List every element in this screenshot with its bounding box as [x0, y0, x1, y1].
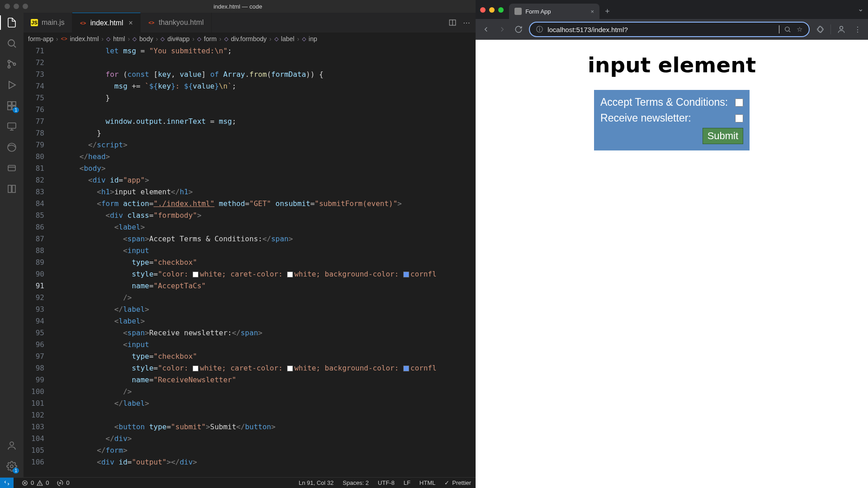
newsletter-checkbox[interactable]	[735, 114, 743, 122]
traffic-min-icon[interactable]	[14, 4, 19, 9]
svg-point-29	[840, 26, 843, 29]
form-row-newsletter: Receive newsletter:	[600, 112, 743, 124]
tab-title: Form App	[525, 8, 551, 15]
settings-gear-icon[interactable]: 1	[5, 460, 18, 473]
code-content[interactable]: let msg = "You submitted:\n"; for (const…	[53, 45, 476, 477]
form-container: Accept Terms & Conditions: Receive newsl…	[594, 90, 750, 150]
breadcrumb-item[interactable]: div#app	[167, 35, 189, 42]
extensions-icon[interactable]: 1	[5, 99, 18, 112]
extensions-puzzle-icon[interactable]	[814, 23, 826, 35]
svg-point-27	[785, 27, 789, 31]
breadcrumb-item[interactable]: div.formbody	[231, 35, 267, 42]
encoding[interactable]: UTF-8	[378, 479, 395, 486]
chrome-tabstrip: Form App × + ⌄	[476, 0, 868, 19]
traffic-close-icon[interactable]	[5, 4, 10, 9]
run-debug-icon[interactable]	[5, 79, 18, 91]
breadcrumb-item[interactable]: form-app	[28, 35, 53, 42]
symbol-icon: ◇	[106, 36, 110, 42]
reload-button[interactable]	[513, 23, 524, 35]
form-row-terms: Accept Terms & Conditions:	[600, 96, 743, 108]
chrome-traffic-lights[interactable]	[480, 7, 504, 13]
html-file-icon: <>	[61, 36, 67, 42]
address-bar[interactable]: ⓘ localhost:5173/index.html? ☆	[529, 22, 810, 37]
symbol-icon: ◇	[160, 36, 165, 42]
svg-rect-6	[8, 102, 11, 105]
activity-extra2-icon[interactable]	[5, 183, 18, 195]
tab-main-js[interactable]: JS main.js	[24, 13, 72, 33]
browser-tab[interactable]: Form App ×	[509, 4, 599, 19]
tab-close-icon[interactable]: ×	[129, 19, 133, 27]
breadcrumb-item[interactable]: label	[281, 35, 295, 42]
submit-button[interactable]: Submit	[703, 128, 743, 144]
traffic-min-icon[interactable]	[489, 7, 495, 13]
activity-extra-icon[interactable]	[5, 162, 18, 174]
remote-indicator[interactable]	[0, 478, 14, 488]
rendered-page: input element Accept Terms & Conditions:…	[588, 52, 756, 488]
svg-point-17	[10, 442, 14, 446]
new-tab-button[interactable]: +	[599, 7, 615, 16]
chrome-window: Form App × + ⌄ ⓘ localhost:5173/index.ht…	[476, 0, 868, 488]
prettier-status[interactable]: ✓ Prettier	[444, 479, 471, 486]
traffic-max-icon[interactable]	[498, 7, 504, 13]
text-cursor	[779, 25, 779, 33]
vscode-titlebar: index.html — code	[0, 0, 476, 13]
breadcrumb-item[interactable]: html	[113, 35, 125, 42]
site-info-icon[interactable]: ⓘ	[536, 25, 543, 34]
svg-point-2	[8, 61, 10, 63]
more-actions-icon[interactable]: ⋯	[463, 19, 470, 27]
vscode-window: index.html — code 1	[0, 0, 476, 488]
editor-area: JS main.js <> index.html × <> thankyou.h…	[24, 13, 476, 477]
breadcrumb[interactable]: form-app› <> index.html› ◇ html› ◇ body›…	[24, 33, 476, 45]
symbol-icon: ◇	[224, 36, 228, 42]
source-control-icon[interactable]	[5, 58, 18, 70]
status-bar: 0 0 0 Ln 91, Col 32 Spaces: 2 UTF-8 LF H…	[0, 477, 476, 488]
svg-point-4	[14, 63, 16, 66]
tab-close-icon[interactable]: ×	[591, 8, 594, 15]
edge-tools-icon[interactable]	[5, 141, 18, 154]
vscode-traffic-lights[interactable]	[5, 4, 28, 9]
terms-checkbox[interactable]	[735, 99, 743, 107]
back-button[interactable]	[480, 23, 492, 35]
split-editor-icon[interactable]	[448, 19, 457, 27]
svg-rect-15	[8, 185, 11, 192]
account-icon[interactable]	[5, 439, 18, 452]
tab-label: index.html	[90, 19, 123, 27]
search-icon[interactable]	[5, 37, 18, 50]
breadcrumb-item[interactable]: index.html	[70, 35, 99, 42]
forward-button[interactable]	[496, 23, 508, 35]
html-file-icon: <>	[148, 19, 155, 26]
url-text[interactable]: localhost:5173/index.html?	[547, 26, 774, 33]
svg-line-28	[789, 31, 790, 32]
svg-point-3	[8, 66, 10, 68]
language-mode[interactable]: HTML	[420, 479, 435, 486]
symbol-icon: ◇	[197, 36, 201, 42]
profile-avatar-icon[interactable]	[835, 23, 847, 35]
code-editor[interactable]: 7172737475767778798081828384858687888990…	[24, 45, 476, 477]
extensions-badge: 1	[13, 107, 19, 113]
zoom-icon[interactable]	[784, 26, 791, 33]
remote-explorer-icon[interactable]	[5, 120, 18, 133]
explorer-icon[interactable]	[5, 16, 18, 29]
chrome-menu-icon[interactable]: ⋮	[852, 23, 863, 35]
symbol-icon: ◇	[132, 36, 137, 42]
traffic-close-icon[interactable]	[480, 7, 486, 13]
traffic-max-icon[interactable]	[23, 4, 28, 9]
tab-index-html[interactable]: <> index.html ×	[72, 13, 141, 33]
chrome-chevron-icon[interactable]: ⌄	[858, 5, 863, 13]
tab-thankyou-html[interactable]: <> thankyou.html	[141, 13, 212, 33]
favicon-icon	[514, 8, 522, 15]
tab-label: main.js	[42, 19, 65, 27]
newsletter-label: Receive newsletter:	[600, 112, 691, 124]
symbol-icon: ◇	[302, 36, 306, 42]
breadcrumb-item[interactable]: body	[139, 35, 153, 42]
eol[interactable]: LF	[404, 479, 410, 486]
ports-count: 0	[66, 479, 69, 486]
problems-indicator[interactable]: 0 0	[22, 479, 49, 486]
breadcrumb-item[interactable]: form	[204, 35, 217, 42]
indent-setting[interactable]: Spaces: 2	[343, 479, 369, 486]
cursor-position[interactable]: Ln 91, Col 32	[299, 479, 334, 486]
svg-rect-16	[12, 185, 15, 192]
bookmark-icon[interactable]: ☆	[797, 25, 802, 33]
breadcrumb-item[interactable]: inp	[309, 35, 317, 42]
ports-indicator[interactable]: 0	[57, 479, 69, 486]
